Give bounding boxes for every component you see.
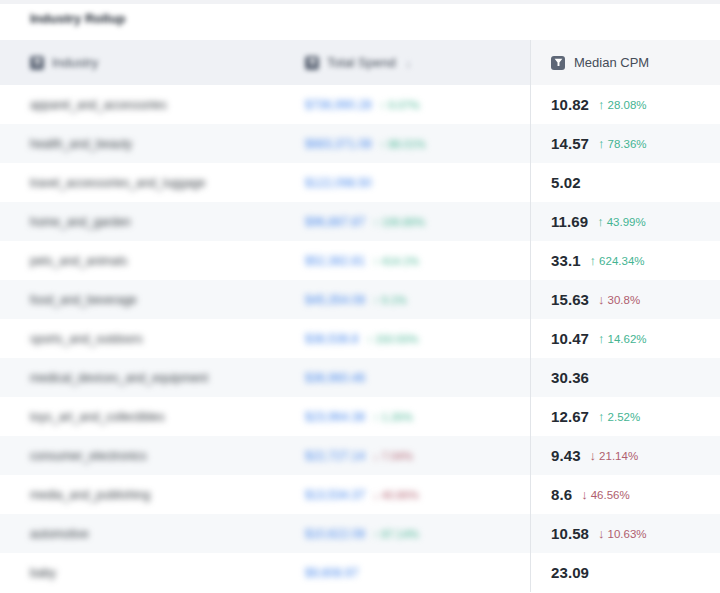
total-spend-link[interactable]: $122,098.50 [305,176,372,190]
spend-change-pct: 414.1% [382,255,419,267]
table-row: automotive $10,622.08 ↑ 87.14% 10.58 ↓ 1… [0,514,720,553]
industry-cell: automotive [0,527,290,541]
table-body: apparel_and_accessories $736,990.28 ↑ 9.… [0,85,720,592]
industry-name: pets_and_animals [30,254,127,268]
total-spend-link[interactable]: $45,354.08 [305,293,365,307]
industry-name: toys_art_and_collectibles [30,410,165,424]
total-spend-cell: $38,538.8 ↑ 150.55% [290,332,530,346]
industry-rollup-table: Industry Total Spend ↓ Median CPM appare… [0,40,720,592]
industry-name: consumer_electronics [30,449,147,463]
trend-down-icon: ↓ [373,450,379,462]
industry-name: sports_and_outdoors [30,332,143,346]
total-spend-link[interactable]: $683,371.08 [305,137,372,151]
total-spend-link[interactable]: $23,964.38 [305,410,365,424]
spend-change: ↓ 40.86% [373,489,419,501]
total-spend-cell: $52,382.81 ↑ 414.1% [290,254,530,268]
top-divider [0,0,720,4]
header-industry-label: Industry [52,55,98,70]
spend-change-pct: 150.55% [375,333,418,345]
median-cpm-cell: 23.09 [530,553,720,592]
industry-name: apparel_and_accessories [30,98,167,112]
median-cpm-cell: 12.67 ↑ 2.52% [530,397,720,436]
industry-cell: media_and_publishing [0,488,290,502]
field-badge-icon [305,56,319,70]
spend-change: ↑ 87.14% [373,528,419,540]
cpm-change: ↓ 46.56% [581,487,630,502]
total-spend-link[interactable]: $736,990.28 [305,98,372,112]
trend-down-icon: ↓ [373,489,379,501]
median-cpm-value: 9.43 [551,447,581,464]
total-spend-cell: $9,608.97 [290,566,530,580]
industry-cell: travel_accessories_and_luggage [0,176,290,190]
total-spend-link[interactable]: $96,887.87 [305,215,365,229]
header-total-spend-label: Total Spend [327,55,396,70]
industry-name: food_and_beverage [30,293,137,307]
total-spend-cell: $13,534.37 ↓ 40.86% [290,488,530,502]
median-cpm-value: 10.82 [551,96,589,113]
spend-change: ↑ 1.26% [373,411,413,423]
trend-up-icon: ↑ [598,331,605,346]
header-median-cpm[interactable]: Median CPM [530,40,720,85]
median-cpm-cell: 9.43 ↓ 21.14% [530,436,720,475]
trend-up-icon: ↑ [380,99,386,111]
industry-name: medical_devices_and_equipment [30,371,208,385]
spend-change-pct: 9.1% [382,294,407,306]
total-spend-link[interactable]: $10,622.08 [305,527,365,541]
total-spend-cell: $122,098.50 [290,176,530,190]
cpm-change-pct: 46.56% [591,489,630,501]
median-cpm-cell: 5.02 [530,163,720,202]
total-spend-link[interactable]: $52,382.81 [305,254,365,268]
trend-up-icon: ↑ [373,411,379,423]
trend-up-icon: ↑ [380,138,386,150]
header-industry[interactable]: Industry [0,55,290,70]
median-cpm-value: 23.09 [551,564,589,581]
total-spend-link[interactable]: $22,727.14 [305,449,365,463]
median-cpm-value: 10.47 [551,330,589,347]
header-total-spend[interactable]: Total Spend ↓ [290,55,530,70]
total-spend-cell: $45,354.08 ↑ 9.1% [290,293,530,307]
industry-name: home_and_garden [30,215,131,229]
spend-change: ↓ 7.04% [373,450,413,462]
total-spend-link[interactable]: $13,534.37 [305,488,365,502]
median-cpm-value: 14.57 [551,135,589,152]
trend-up-icon: ↑ [598,409,605,424]
trend-up-icon: ↑ [597,214,604,229]
table-row: sports_and_outdoors $38,538.8 ↑ 150.55% … [0,319,720,358]
cpm-change-pct: 10.63% [608,528,647,540]
cpm-change-pct: 43.99% [607,216,646,228]
trend-down-icon: ↓ [598,526,605,541]
total-spend-cell: $10,622.08 ↑ 87.14% [290,527,530,541]
table-row: pets_and_animals $52,382.81 ↑ 414.1% 33.… [0,241,720,280]
industry-name: media_and_publishing [30,488,150,502]
header-median-cpm-label: Median CPM [574,55,649,70]
sort-desc-icon[interactable]: ↓ [406,57,412,69]
trend-up-icon: ↑ [590,253,597,268]
industry-name: automotive [30,527,89,541]
spend-change-pct: 40.86% [382,489,419,501]
median-cpm-cell: 14.57 ↑ 78.36% [530,124,720,163]
trend-up-icon: ↑ [373,216,379,228]
industry-cell: sports_and_outdoors [0,332,290,346]
table-row: health_and_beauty $683,371.08 ↑ 88.01% 1… [0,124,720,163]
median-cpm-cell: 10.82 ↑ 28.08% [530,85,720,124]
industry-cell: food_and_beverage [0,293,290,307]
cpm-change: ↑ 43.99% [597,214,646,229]
median-cpm-value: 8.6 [551,486,572,503]
median-cpm-value: 10.58 [551,525,589,542]
spend-change: ↑ 9.1% [373,294,407,306]
industry-name: travel_accessories_and_luggage [30,176,205,190]
spend-change: ↑ 9.07% [380,99,420,111]
median-cpm-cell: 11.69 ↑ 43.99% [530,202,720,241]
total-spend-link[interactable]: $38,538.8 [305,332,358,346]
table-row: baby $9,608.97 23.09 [0,553,720,592]
spend-change: ↑ 199.89% [373,216,425,228]
cpm-change-pct: 2.52% [608,411,641,423]
page-title: Industry Rollup [30,11,125,26]
trend-up-icon: ↑ [373,528,379,540]
spend-change: ↑ 414.1% [373,255,419,267]
total-spend-link[interactable]: $9,608.97 [305,566,358,580]
cpm-change-pct: 30.8% [608,294,641,306]
industry-name: health_and_beauty [30,137,132,151]
total-spend-link[interactable]: $36,960.46 [305,371,365,385]
industry-cell: home_and_garden [0,215,290,229]
